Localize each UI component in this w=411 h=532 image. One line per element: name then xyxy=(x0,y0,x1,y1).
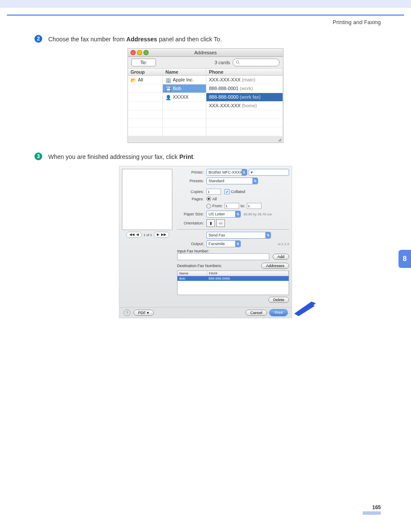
addresses-panel: Addresses To: 3 cards Group 📂All xyxy=(128,48,283,143)
dest-col-name[interactable]: Name xyxy=(177,271,207,276)
phone-row-workfax[interactable]: 888-888-0000 (work fax) xyxy=(206,93,283,102)
page-indicator: 1 of 1 xyxy=(143,233,152,237)
delete-button[interactable]: Delete xyxy=(268,297,289,303)
printer-status-button[interactable]: ▾ xyxy=(249,169,290,176)
pointer-arrow-icon xyxy=(292,299,316,316)
orientation-landscape-button[interactable]: ▭ xyxy=(216,219,225,227)
orientation-portrait-button[interactable]: ▮ xyxy=(206,219,215,227)
group-row-all[interactable]: 📂All xyxy=(128,76,162,84)
building-icon: 🏢 xyxy=(165,77,171,84)
svg-marker-2 xyxy=(294,302,316,316)
column-head-phone[interactable]: Phone xyxy=(206,68,283,76)
paper-dims: 20.99 by 29.70 cm xyxy=(243,212,272,216)
pages-label: Pages: xyxy=(177,197,204,201)
chevron-updown-icon: ⇅ xyxy=(252,178,258,184)
print-dialog: ◀◀ ◀ 1 of 1 ▶ ▶▶ Printer: Brother MFC-XX… xyxy=(119,166,292,318)
printer-select[interactable]: Brother MFC-XXXX⇅ xyxy=(206,169,247,176)
name-row-bob[interactable]: 📇Bob xyxy=(163,84,206,93)
page-number-bar xyxy=(363,511,381,515)
dest-row-bob[interactable]: Bob 888-888-0000 xyxy=(177,276,289,281)
next-page-button[interactable]: ▶ ▶▶ xyxy=(154,232,169,238)
input-fax-number-field[interactable] xyxy=(177,253,269,260)
pages-to-input[interactable] xyxy=(247,203,262,209)
pages-all-label: All xyxy=(212,197,217,201)
phone-row-work[interactable]: 888-888-0001 (work) xyxy=(206,84,283,93)
page-number: 165 xyxy=(372,504,381,510)
addresses-toolbar: To: 3 cards xyxy=(128,57,283,68)
output-select[interactable]: Facsimile⇅ xyxy=(206,240,241,247)
svg-point-0 xyxy=(236,61,239,63)
section-title: Printing and Faxing xyxy=(0,19,411,25)
add-button[interactable]: Add xyxy=(273,254,289,260)
copies-input[interactable] xyxy=(206,189,221,195)
collated-checkbox[interactable]: ✔ xyxy=(224,189,230,194)
name-row-x[interactable]: 👤XXXXX xyxy=(163,93,206,102)
papersize-label: Paper Size: xyxy=(177,212,204,216)
printer-label: Printer: xyxy=(177,170,204,174)
collated-label: Collated xyxy=(231,190,245,194)
prev-page-button[interactable]: ◀◀ ◀ xyxy=(126,232,142,238)
card-icon: 📇 xyxy=(165,86,171,92)
folder-icon: 📂 xyxy=(131,77,137,84)
column-head-group[interactable]: Group xyxy=(128,68,162,76)
pages-to-label: to: xyxy=(241,204,245,208)
pages-from-label: From: xyxy=(212,204,223,208)
presets-label: Presets: xyxy=(177,179,204,183)
addresses-title: Addresses xyxy=(128,50,283,55)
column-head-name[interactable]: Name xyxy=(163,68,206,76)
orientation-label: Orientation: xyxy=(177,221,204,225)
resize-grip-icon[interactable]: ◢ xyxy=(278,137,281,142)
page-preview xyxy=(122,169,172,230)
step-badge-2: 2 xyxy=(34,35,42,43)
input-fax-label: Input Fax Number: xyxy=(177,249,289,253)
dest-table: Name FAX# Bob 888-888-0000 xyxy=(177,271,289,295)
card-count: 3 cards xyxy=(215,60,230,65)
version-text: w:1.2.3 xyxy=(278,242,289,246)
to-button[interactable]: To: xyxy=(131,59,156,66)
chevron-updown-icon: ⇅ xyxy=(235,211,240,217)
copies-label: Copies: xyxy=(177,190,204,194)
pdf-menu-button[interactable]: PDF ▾ xyxy=(134,310,154,316)
search-icon xyxy=(236,60,240,65)
presets-select[interactable]: Standard⇅ xyxy=(206,177,258,184)
step-2-text: Choose the fax number from Addresses pan… xyxy=(48,35,222,44)
chapter-tab: 8 xyxy=(399,250,411,268)
addresses-button[interactable]: Addresses xyxy=(261,263,289,269)
dest-col-fax[interactable]: FAX# xyxy=(207,271,289,276)
search-input[interactable] xyxy=(233,59,280,66)
name-row-apple[interactable]: 🏢Apple Inc. xyxy=(163,76,206,84)
dest-fax-label: Destination Fax Numbers: xyxy=(177,264,222,268)
step-3-text: When you are finished addressing your fa… xyxy=(48,152,195,162)
chevron-updown-icon: ⇅ xyxy=(242,169,247,175)
pages-all-radio[interactable] xyxy=(206,196,211,201)
pages-from-radio[interactable] xyxy=(206,204,211,208)
person-icon: 👤 xyxy=(165,94,171,101)
feature-select[interactable]: Send Fax⇅ xyxy=(206,232,271,239)
pages-from-input[interactable] xyxy=(224,203,239,209)
print-button[interactable]: Print xyxy=(270,310,287,316)
header-band xyxy=(0,0,411,8)
chevron-updown-icon: ⇅ xyxy=(235,241,240,247)
papersize-select[interactable]: US Letter⇅ xyxy=(206,211,241,218)
chevron-updown-icon: ⇅ xyxy=(265,232,271,238)
step-2: 2 Choose the fax number from Addresses p… xyxy=(34,35,377,44)
help-button[interactable]: ? xyxy=(124,309,131,316)
step-badge-3: 3 xyxy=(34,152,42,160)
addresses-titlebar: Addresses xyxy=(128,49,283,57)
output-label: Output: xyxy=(177,242,204,246)
phone-row-main[interactable]: XXX-XXX-XXX (main) xyxy=(206,76,283,84)
cancel-button[interactable]: Cancel xyxy=(246,310,267,316)
phone-row-home[interactable]: XXX-XXX-XXX (home) xyxy=(206,102,283,110)
step-3: 3 When you are finished addressing your … xyxy=(34,152,377,162)
svg-line-1 xyxy=(239,63,240,65)
header-rule xyxy=(7,15,404,16)
